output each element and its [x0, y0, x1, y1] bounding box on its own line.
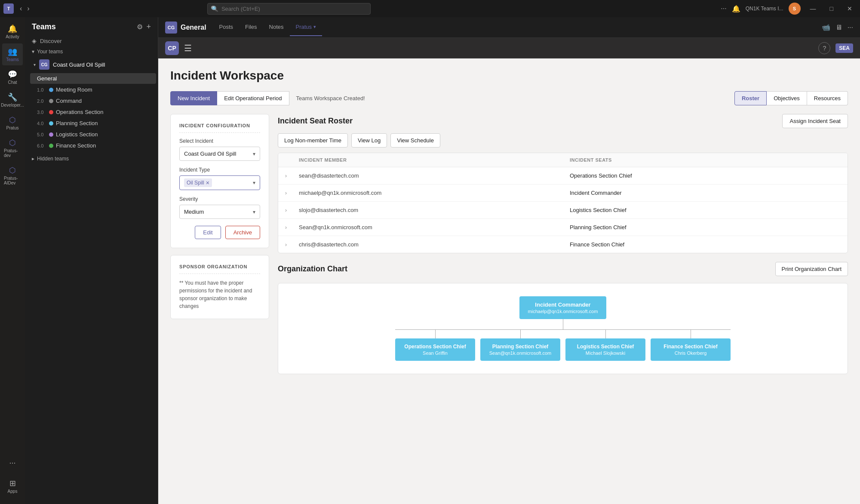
incident-type-field[interactable]: Oil Spill × ▾ [179, 175, 260, 190]
more-options-button[interactable]: ··· [848, 24, 853, 31]
child-name: Chris Okerberg [657, 350, 724, 356]
sponsor-org-card: SPONSOR ORGANIZATION ** You must have th… [170, 255, 269, 319]
print-org-chart-button[interactable]: Print Organization Chart [775, 262, 848, 276]
nav-item-chat[interactable]: 💬 Chat [2, 66, 23, 88]
help-button[interactable]: ? [818, 42, 830, 54]
channel-name: Meeting Room [56, 86, 92, 93]
row-expand-icon: › [285, 190, 299, 196]
more-button[interactable]: ··· [721, 5, 726, 12]
maximize-button[interactable]: □ [826, 3, 838, 14]
severity-field[interactable]: Medium ▾ [179, 205, 260, 219]
tag-label: Oil Spill [187, 180, 204, 186]
your-teams-header[interactable]: ▾ Your teams [25, 47, 158, 56]
user-avatar[interactable]: S [789, 3, 801, 15]
member-seat: Incident Commander [570, 190, 841, 196]
channel-num: 3.0 [37, 110, 46, 115]
sidebar-add-button[interactable]: + [146, 22, 151, 31]
view-schedule-button[interactable]: View Schedule [390, 133, 440, 148]
org-child-logistics: Logistics Section Chief Michael Slojkows… [565, 338, 645, 361]
objectives-view-button[interactable]: Objectives [767, 91, 807, 105]
channel-item-operations[interactable]: 3.0 Operations Section [30, 107, 156, 117]
channel-item-command[interactable]: 2.0 Command [30, 95, 156, 106]
view-log-button[interactable]: View Log [351, 133, 387, 148]
roster-view-button[interactable]: Roster [734, 91, 767, 105]
discover-item[interactable]: ◈ Discover [25, 35, 158, 47]
select-incident-field[interactable]: Coast Guard Oil Spill ▾ [179, 147, 260, 161]
new-incident-button[interactable]: New Incident [170, 91, 217, 105]
search-input[interactable] [207, 3, 371, 15]
channel-name: General [181, 24, 206, 31]
channel-item-planning[interactable]: 4.0 Planning Section [30, 118, 156, 129]
nav-apps-button[interactable]: ⊞ Apps [2, 475, 23, 497]
assign-incident-seat-button[interactable]: Assign Incident Seat [782, 114, 848, 128]
table-row[interactable]: › slojo@disastertech.com Logistics Secti… [278, 202, 848, 219]
nav-item-activity[interactable]: 🔔 Activity [2, 21, 23, 43]
nav-forward-button[interactable]: › [25, 3, 32, 14]
child-title: Operations Section Chief [402, 344, 468, 350]
col-seats-header: INCIDENT SEATS [570, 157, 841, 163]
sidebar-filter-button[interactable]: ⚙ [137, 22, 143, 31]
app-menu-button[interactable]: ☰ [184, 43, 192, 53]
nav-item-pratus-dev[interactable]: ⬡ Pratus-dev [2, 135, 23, 161]
org-root-node: Incident Commander michaelp@qn1k.onmicro… [519, 296, 607, 319]
log-nonmember-time-button[interactable]: Log Non-member Time [278, 133, 348, 148]
tab-posts[interactable]: Posts [213, 18, 240, 36]
member-email: sean@disastertech.com [299, 172, 570, 179]
nav-item-teams[interactable]: 👥 Teams [2, 43, 23, 65]
channel-num: 6.0 [37, 143, 46, 148]
close-button[interactable]: ✕ [843, 3, 857, 14]
nav-item-pratus-aidev[interactable]: ⬡ Pratus-AIDev [2, 162, 23, 189]
channel-item-general[interactable]: General [30, 73, 156, 84]
minimize-button[interactable]: — [806, 3, 820, 14]
roster-section: Incident Seat Roster Assign Incident Sea… [278, 114, 848, 253]
chat-label: Chat [8, 80, 17, 85]
member-seat: Logistics Section Chief [570, 207, 841, 213]
channel-item-meeting[interactable]: 1.0 Meeting Room [30, 84, 156, 95]
nav-more-button[interactable]: ··· [2, 455, 23, 471]
dot-green [49, 144, 53, 148]
your-teams-label: Your teams [37, 49, 63, 55]
member-email: Sean@qn1k.onmicrosoft.com [299, 224, 570, 230]
org-chart-title: Organization Chart [278, 264, 347, 274]
edit-button[interactable]: Edit [195, 226, 221, 239]
nav-item-pratus[interactable]: ⬡ Pratus [2, 112, 23, 134]
child-name: Sean@qn1k.onmicrosoft.com [487, 350, 553, 356]
member-seat: Planning Section Chief [570, 224, 841, 230]
sponsor-title: SPONSOR ORGANIZATION [179, 264, 260, 274]
screen-share-button[interactable]: 🖥 [835, 24, 842, 31]
team-avatar: CG [39, 59, 49, 70]
resources-view-button[interactable]: Resources [807, 91, 848, 105]
tab-notes[interactable]: Notes [263, 18, 290, 36]
archive-button[interactable]: Archive [225, 226, 260, 239]
team-item[interactable]: ▾ CG Coast Guard Oil Spill [27, 57, 156, 72]
hidden-teams-item[interactable]: ▸ Hidden teams [25, 153, 158, 164]
edit-operational-period-button[interactable]: Edit Operational Period [217, 91, 289, 105]
table-row[interactable]: › chris@disastertech.com Finance Section… [278, 236, 848, 253]
chevron-down-icon: ▾ [313, 24, 316, 30]
tag-remove-icon[interactable]: × [206, 179, 209, 186]
org-child-finance: Finance Section Chief Chris Okerberg [651, 338, 731, 361]
pratus-dev-label: Pratus-dev [4, 148, 21, 158]
notification-button[interactable]: 🔔 [732, 5, 740, 13]
teams-icon: 👥 [8, 47, 17, 56]
meeting-button[interactable]: 📹 [822, 23, 830, 31]
tab-files[interactable]: Files [239, 18, 263, 36]
pratus-aidev-icon: ⬡ [9, 166, 16, 175]
discover-label: Discover [40, 38, 62, 44]
table-row[interactable]: › sean@disastertech.com Operations Secti… [278, 167, 848, 184]
table-row[interactable]: › Sean@qn1k.onmicrosoft.com Planning Sec… [278, 219, 848, 236]
member-seat: Finance Section Chief [570, 241, 841, 248]
tab-pratus[interactable]: Pratus ▾ [290, 18, 322, 36]
hidden-teams-label: Hidden teams [37, 156, 69, 162]
nav-back-button[interactable]: ‹ [17, 3, 25, 14]
channel-item-logistics[interactable]: 5.0 Logistics Section [30, 129, 156, 140]
pratus-label: Pratus [6, 126, 19, 130]
activity-label: Activity [6, 34, 19, 39]
channel-item-finance[interactable]: 6.0 Finance Section [30, 140, 156, 151]
app-logo: CP [165, 41, 179, 55]
dot-lightblue [49, 121, 53, 126]
channel-name: Finance Section [56, 142, 96, 149]
nav-item-developer[interactable]: 🔧 Developer... [2, 89, 23, 111]
table-row[interactable]: › michaelp@qn1k.onmicrosoft.com Incident… [278, 184, 848, 202]
apps-icon: ⊞ [9, 479, 16, 488]
